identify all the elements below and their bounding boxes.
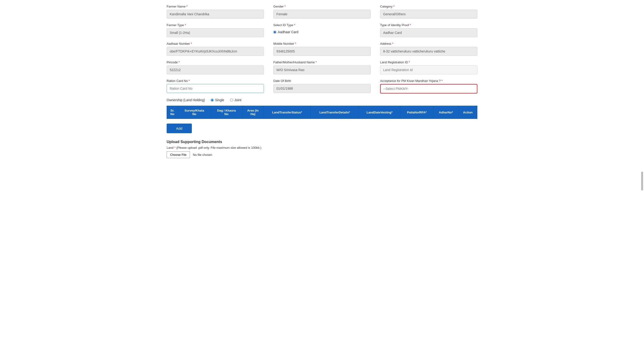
gender-label: Gender * [273,5,370,8]
father-mother-husband-label: Father/Mother/Husband Name * [273,60,370,64]
col-sr-no: Sr.No [167,106,178,119]
date-of-birth-group: Date Of Birth [273,79,370,94]
category-group: Category * [380,5,477,18]
pmkmy-group: Acceptance for PM Kisan Mandhan Yojana ?… [380,79,477,94]
address-group: Address * [380,42,477,56]
col-land-date-vesting: LandDateVesting* [359,106,400,119]
col-patta-no-rfa: PattaNo/RFA* [400,106,433,119]
farmer-type-input[interactable] [167,28,264,37]
identity-proof-input[interactable] [380,28,477,37]
joint-radio-option: Joint [230,98,242,102]
farmer-type-group: Farmer Type * [167,23,264,37]
ration-card-no-label: Ration Card No * [167,79,264,82]
aadhaar-number-label: Aadhaar Number * [167,42,264,46]
pincode-group: Pincode * [167,60,264,74]
ration-card-no-group: Ration Card No * [167,79,264,94]
land-registration-id-input[interactable] [380,66,477,74]
land-registration-id-label: Land Registration ID * [380,60,477,64]
ration-card-no-input[interactable] [167,84,264,93]
col-land-transfer-details: LandTransferDetails* [311,106,359,119]
col-area-in-ha: Area (InHa) [242,106,264,119]
col-dag-khasra-no: Dag / KhasraNo [211,106,242,119]
joint-radio[interactable] [230,98,233,102]
pmkmy-input[interactable] [380,84,477,94]
upload-section-title: Upload Supporting Documents [167,140,477,144]
address-label: Address * [380,42,477,46]
date-of-birth-input[interactable] [273,84,370,93]
aadhaar-card-radio[interactable] [273,30,276,34]
ownership-row: Ownership (Land Holding) Single Joint [167,98,477,102]
upload-section: Upload Supporting Documents Land * (Plea… [167,140,477,158]
farmer-name-label: Farmer Name * [167,5,264,8]
col-land-transfer-status: LandTransferStatus* [264,106,311,119]
col-adhar-no: AdharNo* [433,106,458,119]
farmer-type-label: Farmer Type * [167,23,264,27]
aadhaar-number-input[interactable] [167,47,264,56]
mobile-number-input[interactable] [273,47,370,56]
date-of-birth-label: Date Of Birth [273,79,370,82]
file-input-row: Choose File No file chosen [167,151,477,158]
mobile-number-group: Mobile Number * [273,42,370,56]
land-table: Sr.No Survey/KhataNo Dag / KhasraNo Area… [167,106,477,119]
col-survey-khata-no: Survey/KhataNo [178,106,211,119]
type-of-identity-proof-label: Type of Identity Proof * [380,23,477,27]
table-header: Sr.No Survey/KhataNo Dag / KhasraNo Area… [167,106,477,119]
pincode-input[interactable] [167,66,264,74]
select-id-type-group: Select ID Type * Aadhaar Card [273,23,370,37]
ownership-label: Ownership (Land Holding) [167,98,205,102]
father-mother-husband-input[interactable] [273,66,370,74]
type-of-identity-proof-group: Type of Identity Proof * [380,23,477,37]
gender-input[interactable] [273,10,370,18]
aadhaar-card-radio-label: Aadhaar Card [278,30,298,34]
aadhaar-number-group: Aadhaar Number * [167,42,264,56]
pincode-label: Pincode * [167,60,264,64]
select-id-type-label: Select ID Type * [273,23,370,27]
add-button[interactable]: Add [167,124,192,133]
farmer-name-group: Farmer Name * [167,5,264,18]
farmer-name-input[interactable] [167,10,264,18]
single-radio[interactable] [211,98,214,102]
category-label: Category * [380,5,477,8]
aadhaar-card-radio-option: Aadhaar Card [273,30,370,34]
category-input[interactable] [380,10,477,18]
joint-radio-label: Joint [234,98,242,102]
single-radio-label: Single [215,98,224,102]
pmkmy-label: Acceptance for PM Kisan Mandhan Yojana ?… [380,79,477,82]
father-mother-husband-group: Father/Mother/Husband Name * [273,60,370,74]
mobile-number-label: Mobile Number * [273,42,370,46]
table-header-row: Sr.No Survey/KhataNo Dag / KhasraNo Area… [167,106,477,119]
land-upload-label: Land * (Please upload .pdf only. File ma… [167,146,477,150]
choose-file-button[interactable]: Choose File [167,151,190,158]
col-action: Action [458,106,477,119]
gender-group: Gender * [273,5,370,18]
no-file-text: No file chosen [193,153,212,156]
address-input[interactable] [380,47,477,56]
land-registration-id-group: Land Registration ID * [380,60,477,74]
single-radio-option: Single [211,98,224,102]
